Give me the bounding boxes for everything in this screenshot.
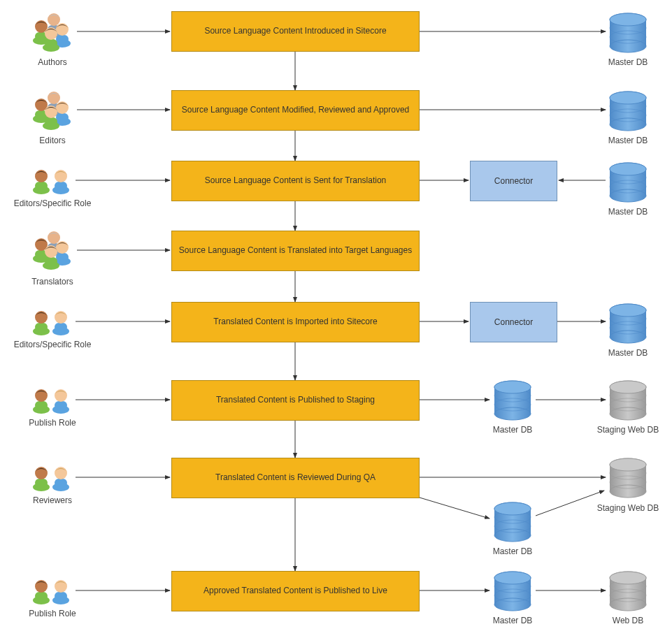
actor-publish-icon xyxy=(31,386,76,416)
step-6-label: Translated Content is Published to Stagi… xyxy=(216,395,375,406)
step-4-label: Source Language Content is Translated in… xyxy=(179,245,412,256)
actor-editors-icon xyxy=(31,88,77,131)
svg-line-24 xyxy=(420,498,489,519)
svg-rect-68 xyxy=(45,257,57,266)
svg-point-135 xyxy=(610,458,646,471)
step-5-label: Translated Content is Imported into Site… xyxy=(213,317,377,328)
db-master-r7b-icon xyxy=(492,502,534,544)
actor-reviewers-icon xyxy=(31,463,76,494)
db-master-r1-label: Master DB xyxy=(608,57,648,67)
actor-publish2-label: Publish Role xyxy=(29,609,76,618)
svg-point-123 xyxy=(494,381,531,393)
connector-row3: Connector xyxy=(470,161,557,201)
step-7-label: Translated Content is Reviewed During QA xyxy=(215,472,376,484)
db-master-r3-label: Master DB xyxy=(608,207,648,217)
db-master-r2-icon xyxy=(607,91,649,133)
actor-editors-label: Editors xyxy=(39,136,65,145)
db-master-r7b-label: Master DB xyxy=(493,546,533,556)
db-web-r8-icon xyxy=(607,571,649,614)
actor-editorsrole2-icon xyxy=(31,307,76,338)
actor-publish-label: Publish Role xyxy=(29,418,76,428)
diagram-stage: Source Language Content Introduced in Si… xyxy=(0,0,672,638)
svg-rect-53 xyxy=(35,182,48,190)
actor-publish2-icon xyxy=(31,577,76,607)
step-6-box: Translated Content is Published to Stagi… xyxy=(171,380,420,421)
step-1-label: Source Language Content Introduced in Si… xyxy=(204,26,386,37)
db-master-r3-icon xyxy=(607,162,649,205)
db-staging-r7-icon xyxy=(607,458,649,500)
step-7-box: Translated Content is Reviewed During QA xyxy=(171,458,420,498)
svg-line-25 xyxy=(536,491,604,516)
actor-authors-label: Authors xyxy=(38,57,66,67)
svg-rect-89 xyxy=(35,592,48,600)
svg-rect-86 xyxy=(55,479,67,487)
db-master-r1-icon xyxy=(607,13,649,55)
svg-rect-71 xyxy=(35,323,48,331)
svg-rect-80 xyxy=(55,401,67,409)
db-web-r8-label: Web DB xyxy=(613,616,643,625)
step-5-box: Translated Content is Imported into Site… xyxy=(171,302,420,342)
actor-authors-icon xyxy=(31,10,77,53)
db-master-r8-label: Master DB xyxy=(493,616,533,625)
svg-point-141 xyxy=(494,502,531,515)
svg-point-129 xyxy=(610,381,646,393)
db-staging-r7-label: Staging Web DB xyxy=(597,503,659,513)
db-master-r6-label: Master DB xyxy=(493,425,533,435)
svg-rect-83 xyxy=(35,479,48,487)
svg-rect-56 xyxy=(55,182,67,190)
actor-reviewers-label: Reviewers xyxy=(33,495,72,505)
connector-row5-label: Connector xyxy=(494,317,533,327)
step-2-label: Source Language Content Modified, Review… xyxy=(182,105,410,116)
svg-rect-92 xyxy=(55,592,67,600)
step-4-box: Source Language Content is Translated in… xyxy=(171,231,420,271)
step-3-box: Source Language Content is Sent for Tran… xyxy=(171,161,420,201)
actor-editorsrole-label: Editors/Specific Role xyxy=(14,198,92,208)
actor-translators-label: Translators xyxy=(31,277,73,287)
svg-rect-38 xyxy=(45,39,57,48)
actor-editorsrole-icon xyxy=(31,166,76,197)
db-master-r5-label: Master DB xyxy=(608,348,648,358)
step-8-label: Approved Translated Content is Published… xyxy=(203,586,387,597)
svg-point-147 xyxy=(494,572,531,584)
svg-point-105 xyxy=(610,92,646,104)
step-1-box: Source Language Content Introduced in Si… xyxy=(171,11,420,52)
svg-point-153 xyxy=(610,572,646,584)
step-3-label: Source Language Content is Sent for Tran… xyxy=(205,175,387,187)
svg-rect-50 xyxy=(45,117,57,126)
db-master-r2-label: Master DB xyxy=(608,136,648,145)
actor-translators-icon xyxy=(31,228,77,271)
svg-point-111 xyxy=(610,163,646,175)
svg-point-99 xyxy=(610,13,646,26)
db-staging-r6-label: Staging Web DB xyxy=(597,425,659,435)
db-master-r6-icon xyxy=(492,380,534,423)
svg-rect-74 xyxy=(55,323,67,331)
step-8-box: Approved Translated Content is Published… xyxy=(171,571,420,611)
svg-rect-77 xyxy=(35,401,48,409)
actor-editorsrole2-label: Editors/Specific Role xyxy=(14,340,92,349)
db-master-r5-icon xyxy=(607,303,649,346)
connector-row5: Connector xyxy=(470,302,557,342)
svg-point-117 xyxy=(610,304,646,317)
step-2-box: Source Language Content Modified, Review… xyxy=(171,90,420,131)
db-staging-r6-icon xyxy=(607,380,649,423)
db-master-r8-icon xyxy=(492,571,534,614)
connector-row3-label: Connector xyxy=(494,176,533,186)
